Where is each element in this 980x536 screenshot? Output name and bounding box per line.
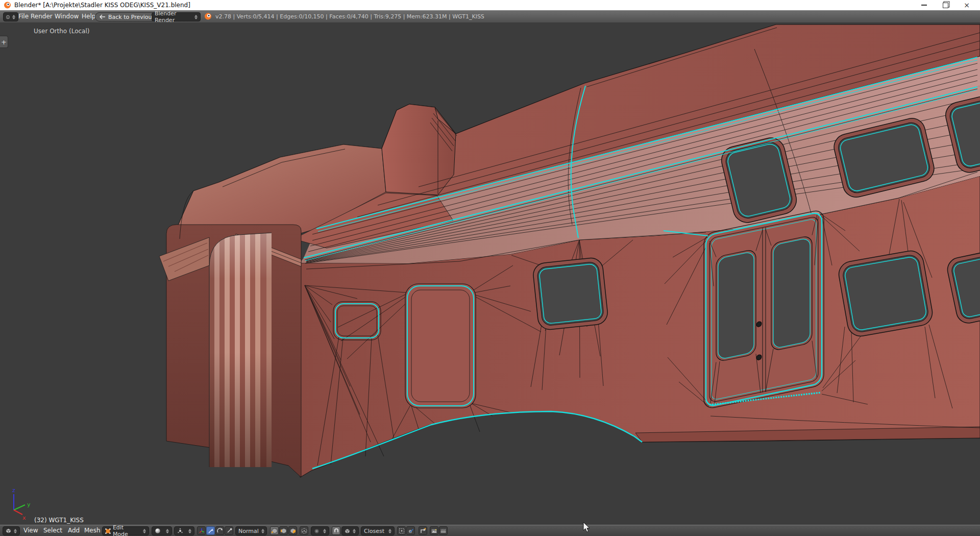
- manipulator-scale-button[interactable]: [225, 526, 233, 535]
- passenger-door: [704, 209, 824, 410]
- manipulator-translate-button[interactable]: [206, 526, 215, 535]
- snap-self-icon: [399, 528, 405, 534]
- magnet-icon: [333, 528, 339, 534]
- render-animation-icon: [440, 528, 447, 534]
- maximize-button[interactable]: [935, 0, 955, 10]
- title-bar: Blender* [A:\Projekte\Stadler KISS ODEG\…: [0, 0, 980, 10]
- view-name-overlay: User Ortho (Local): [34, 28, 89, 35]
- dropdown-arrows-icon: [386, 529, 391, 533]
- face-select-icon: [290, 528, 296, 534]
- snap-self-button[interactable]: [397, 526, 406, 535]
- menu-select[interactable]: Select: [43, 527, 62, 534]
- proportional-edit-icon: [314, 528, 320, 534]
- dropdown-arrows-icon: [259, 529, 264, 533]
- dropdown-arrows-icon: [350, 529, 356, 533]
- lower-deck-window-2: [837, 249, 934, 338]
- viewport-shading-select[interactable]: [152, 526, 172, 535]
- menu-mesh[interactable]: Mesh: [84, 527, 101, 534]
- manipulator-axes-icon: [199, 528, 205, 534]
- automerge-arrow-icon: [420, 528, 426, 534]
- snap-toggle-button[interactable]: [332, 526, 340, 535]
- view3d-icon: [6, 528, 11, 534]
- lower-deck-window-1: [532, 257, 609, 331]
- axis-z-label: z: [12, 487, 15, 494]
- render-engine-select[interactable]: Blender Render: [152, 12, 201, 21]
- toolshelf-expand-tab[interactable]: +: [0, 36, 8, 48]
- automerge-button[interactable]: [419, 526, 427, 535]
- vertex-select-mode-button[interactable]: [270, 526, 279, 535]
- viewport-3d[interactable]: z y x User Ortho (Local) (32) WGT1_KISS …: [0, 22, 980, 525]
- axis-y-label: y: [27, 501, 31, 508]
- menu-add[interactable]: Add: [68, 527, 80, 534]
- dropdown-arrows-icon: [10, 15, 15, 19]
- edit-mode-icon: [105, 528, 111, 534]
- dropdown-arrows-icon: [163, 529, 169, 533]
- dropdown-arrows-icon: [140, 529, 146, 533]
- viewport-header: View Select Add Mesh Edit Mode: [0, 525, 980, 536]
- pivot-point-select[interactable]: [174, 526, 194, 535]
- info-icon: [6, 14, 10, 20]
- shading-sphere-icon: [155, 528, 161, 534]
- scale-arrow-icon: [226, 528, 232, 534]
- transform-orientation-select[interactable]: Normal: [235, 526, 267, 535]
- axis-x-label: x: [22, 515, 26, 521]
- edge-select-mode-button[interactable]: [279, 526, 288, 535]
- vertex-select-icon: [272, 528, 278, 534]
- menu-view[interactable]: View: [23, 527, 38, 534]
- limit-selection-visible-button[interactable]: [300, 526, 308, 535]
- mode-select[interactable]: Edit Mode: [102, 526, 149, 535]
- dropdown-arrows-icon: [192, 15, 198, 19]
- opengl-render-animation-button[interactable]: [439, 526, 448, 535]
- manipulator-toggle[interactable]: [197, 526, 206, 535]
- occlude-geometry-icon: [301, 528, 307, 534]
- dropdown-arrows-icon: [186, 529, 191, 533]
- door-window-right: [771, 235, 812, 352]
- face-select-mode-button[interactable]: [288, 526, 297, 535]
- pivot-icon: [177, 528, 183, 534]
- edge-select-icon: [281, 528, 287, 534]
- blender-logo-icon: [4, 2, 11, 9]
- align-rotation-pen-icon: [408, 528, 414, 534]
- proportional-editing-select[interactable]: [311, 526, 329, 535]
- mouse-cursor: [583, 522, 591, 533]
- front-door: [405, 284, 476, 408]
- editor-type-select[interactable]: [3, 526, 20, 535]
- editor-type-select[interactable]: [3, 12, 18, 21]
- menu-help[interactable]: Help: [82, 13, 95, 20]
- dropdown-arrows-icon: [11, 529, 17, 533]
- blender-window: Blender* [A:\Projekte\Stadler KISS ODEG\…: [0, 0, 980, 536]
- rotate-arc-icon: [217, 528, 223, 534]
- window-title: Blender* [A:\Projekte\Stadler KISS ODEG\…: [14, 2, 190, 9]
- blender-logo-small-icon: [204, 13, 212, 20]
- minimize-button[interactable]: [914, 0, 934, 10]
- back-arrow-icon: [100, 14, 106, 19]
- close-button[interactable]: ×: [957, 0, 977, 10]
- snap-element-cube-icon: [345, 528, 350, 534]
- snap-element-select[interactable]: [341, 526, 359, 535]
- menu-file[interactable]: File: [18, 13, 29, 20]
- snap-target-select[interactable]: Closest: [361, 526, 395, 535]
- viewport-canvas[interactable]: z y x: [0, 22, 980, 525]
- scene-statistics: v2.78 | Verts:0/5,414 | Edges:0/10,150 |…: [215, 13, 484, 20]
- menu-window[interactable]: Window: [55, 13, 79, 20]
- opengl-render-image-button[interactable]: [430, 526, 438, 535]
- door-window-left: [716, 249, 756, 362]
- back-to-previous-button[interactable]: Back to Previous: [95, 12, 159, 21]
- snap-align-rotation-button[interactable]: [406, 526, 415, 535]
- manipulator-rotate-button[interactable]: [215, 526, 224, 535]
- dropdown-arrows-icon: [321, 529, 326, 533]
- menu-render[interactable]: Render: [31, 13, 53, 20]
- translate-arrow-icon: [208, 528, 214, 534]
- active-object-overlay: (32) WGT1_KISS: [34, 517, 84, 524]
- render-image-icon: [431, 528, 437, 534]
- info-header: File Render Window Help Back to Previous…: [0, 10, 980, 23]
